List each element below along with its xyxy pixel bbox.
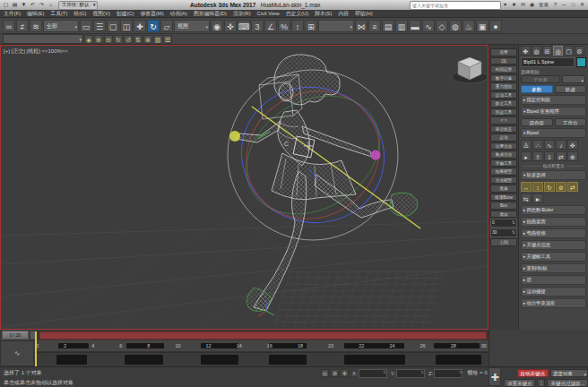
load-biped-file-icon[interactable]: ⇧ [532,151,543,161]
rectangular-selection-region-icon[interactable]: ▢ [107,20,119,32]
use-pivot-point-center-icon[interactable]: ◉ [211,20,223,32]
object-color-swatch[interactable] [576,57,586,67]
strip-button[interactable]: 时间记录 [490,65,517,73]
rollout-header[interactable]: 运动捕捉 [521,287,586,297]
animation-layer-dropdown[interactable] [3,34,83,44]
keyframe-range[interactable] [201,355,238,365]
undo-icon[interactable]: ↶ [29,1,37,9]
strip-spinner-field[interactable]: 0⇅ [490,219,517,228]
snap-toggle-3d-icon[interactable]: 3 [251,20,264,32]
menu-item[interactable]: 内容 [338,10,349,18]
rollout-header[interactable]: 层 [521,275,586,285]
motion-flow-mode-icon[interactable]: ∿ [544,140,555,150]
add-animation-layer-icon[interactable]: ⊕ [94,35,103,44]
sub-object-button[interactable]: 子对象 [521,75,560,83]
collapse-layer-icon[interactable]: ⇅ [134,35,143,44]
menu-item[interactable]: 编辑(E) [27,10,44,18]
rollout-header[interactable]: 关键帧工具 [521,252,586,262]
rendered-frame-window-icon[interactable]: ▣ [476,20,489,32]
menu-item[interactable]: 视图(V) [93,10,110,18]
object-name-field[interactable]: Bip01 L Spine [521,57,575,67]
search-input[interactable] [412,3,498,8]
biped-playback-icon[interactable]: ▸ [521,151,532,161]
selection-lock-icon[interactable]: ⊘ [331,369,339,377]
save-file-icon[interactable]: ▼ [20,1,28,9]
y-coordinate-field[interactable] [396,369,425,378]
time-slider-handle[interactable]: 0 / 30 [2,331,29,340]
delete-animation-layer-icon[interactable]: ⊖ [104,35,113,44]
selected-filter-dropdown[interactable]: 选定对象 [550,369,588,377]
strip-button[interactable]: Box [490,202,517,210]
key-filters-button[interactable]: 关键点过滤器... [547,379,588,387]
x-coordinate-field[interactable] [359,369,387,378]
project-folder-icon[interactable]: ⌂ [47,1,55,9]
trajectories-button[interactable]: 轨迹 [555,85,587,93]
rollout-assign-controller[interactable]: 指定控制器 [521,95,586,105]
strip-apply-button[interactable]: 上(k) [490,238,517,246]
strip-button[interactable]: 结果模型 [490,168,517,176]
menu-item[interactable]: 帮助(H) [355,10,373,18]
material-editor-icon[interactable]: ◍ [449,20,462,32]
time-slider-track[interactable] [39,331,487,340]
rollout-header[interactable]: 关键点信息 [521,240,586,250]
menu-item[interactable]: 修改器(M) [140,10,163,18]
set-keys-large-key-button[interactable]: ✚ [489,367,501,386]
menu-item[interactable]: 图形编辑器(D) [194,10,227,18]
track-bar-keys[interactable] [34,352,489,366]
rollout-header[interactable]: 四元数/Euler [521,205,586,215]
select-and-manipulate-icon[interactable]: ✜ [224,20,237,32]
unlink-selection-icon[interactable]: ≠ [16,20,29,32]
strip-button[interactable]: 方法模型 [490,176,517,185]
new-scene-icon[interactable]: ▢ [2,1,10,9]
copy-layer-icon[interactable]: ↻ [114,35,123,44]
close-icon[interactable]: ✕ [578,1,586,9]
minimize-icon[interactable]: ─ [560,1,568,9]
strip-button[interactable]: 数字计算 [490,74,517,82]
opposite-tracks-icon[interactable]: ⇆ [521,194,532,203]
rollout-track-selection[interactable]: 轨迹选择 [521,170,586,180]
toggle-layer-explorer-icon[interactable]: ▥ [395,20,408,32]
select-and-scale-icon[interactable]: ▱ [160,20,173,32]
menu-item[interactable]: Civil View [257,11,280,16]
sign-in-user-icon[interactable]: ◉ [528,1,536,9]
strip-spinner-field[interactable]: 30⇅ [490,228,517,237]
keyboard-shortcut-override-icon[interactable]: ⌨ [238,20,250,32]
communication-center-icon[interactable]: ✉ [519,1,527,9]
toggle-scene-explorer-icon[interactable]: ▤ [382,20,394,32]
perspective-viewport[interactable]: [+] [正交] [线框] <<100%>> C [0,45,489,330]
layer-filter-icon[interactable]: ☰ [163,35,172,44]
mixer-button[interactable]: 混合器 [521,118,553,126]
modes-display-expander[interactable]: 模式和显示 [521,163,586,168]
angle-snap-toggle-icon[interactable]: ∠ [264,20,277,32]
symmetrical-tracks-icon[interactable]: ⇄ [567,182,578,192]
viewport-label[interactable]: [+] [正交] [线框] <<100%>> [4,47,68,56]
body-horizontal-icon[interactable]: ↔ [521,182,532,192]
search-flyout-icon[interactable]: ▾ [501,1,509,9]
named-selection-sets-dropdown[interactable] [318,20,354,32]
mixer-mode-icon[interactable]: ♪ [556,140,566,150]
set-key-button[interactable]: 设置关键点 [504,379,536,387]
select-pelvis-icon[interactable]: ► [532,194,543,203]
select-and-link-icon[interactable]: ∞ [3,20,15,32]
biped-modes-icon[interactable]: ⊕ [567,151,578,161]
tab-motion[interactable]: ◎ [553,46,563,56]
keyframe-range[interactable] [269,355,307,365]
open-file-icon[interactable]: ▤ [11,1,19,9]
current-frame-marker[interactable] [35,331,37,366]
rollout-header[interactable]: 动力学及适应 [521,298,586,308]
render-setup-icon[interactable]: ♨ [463,20,475,32]
search-box[interactable] [410,1,501,10]
strip-button[interactable]: 推算 [490,185,517,193]
menu-item[interactable]: 动画(A) [170,10,187,18]
align-icon[interactable]: ≡ [368,20,381,32]
strip-button[interactable]: 显示状态 [490,125,517,133]
selection-filter-dropdown[interactable]: 全部 [43,20,79,32]
strip-button[interactable]: 推理Bone [490,194,517,202]
favorites-star-icon[interactable]: ★ [510,1,518,9]
workbench-button[interactable]: 工作台 [555,118,587,126]
footstep-mode-icon[interactable]: ∴ [532,140,543,150]
rollout-biped[interactable]: Biped [521,128,586,138]
select-by-name-icon[interactable]: ☰ [93,20,106,32]
menu-item[interactable]: 自定义(U) [286,10,308,18]
maximize-icon[interactable]: □ [569,1,577,9]
